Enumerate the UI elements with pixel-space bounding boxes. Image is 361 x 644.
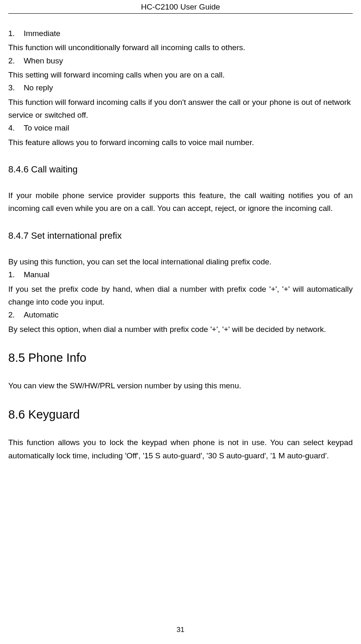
forward-item-3-title: No reply <box>24 83 53 92</box>
body-keyguard: This function allows you to lock the key… <box>8 436 353 462</box>
intl-item-2-num: 2. <box>8 310 15 319</box>
forward-item-2-head: 2. When busy <box>8 54 353 68</box>
forward-item-4-num: 4. <box>8 123 15 132</box>
intl-item-1-head: 1. Manual <box>8 268 353 281</box>
intro-intl-prefix: By using this function, you can set the … <box>8 255 353 268</box>
document-page: HC-C2100 User Guide 1. Immediate This fu… <box>0 0 361 644</box>
forward-item-1-title: Immediate <box>24 29 60 38</box>
forward-item-2-num: 2. <box>8 56 15 65</box>
page-content: 1. Immediate This function will uncondit… <box>8 14 353 462</box>
header-title: HC-C2100 User Guide <box>141 2 220 11</box>
body-call-waiting: If your mobile phone service provider su… <box>8 189 353 215</box>
page-number: 31 <box>0 626 361 634</box>
page-header: HC-C2100 User Guide <box>8 0 353 14</box>
intl-item-1-title: Manual <box>24 270 49 279</box>
forward-item-2-desc: This setting will forward incoming calls… <box>8 68 353 81</box>
heading-intl-prefix: 8.4.7 Set international prefix <box>8 228 353 243</box>
heading-phone-info: 8.5 Phone Info <box>8 349 353 367</box>
heading-keyguard: 8.6 Keyguard <box>8 406 353 424</box>
forward-item-1-head: 1. Immediate <box>8 27 353 40</box>
intl-item-1-num: 1. <box>8 270 15 279</box>
heading-call-waiting: 8.4.6 Call waiting <box>8 162 353 177</box>
intl-item-2-desc: By select this option, when dial a numbe… <box>8 323 353 336</box>
forward-item-3-head: 3. No reply <box>8 81 353 94</box>
intl-item-2-title: Automatic <box>24 310 58 319</box>
body-phone-info: You can view the SW/HW/PRL version numbe… <box>8 379 353 392</box>
section-forward-list: 1. Immediate This function will uncondit… <box>8 27 353 149</box>
forward-item-4-head: 4. To voice mail <box>8 121 353 135</box>
intl-item-1-desc: If you set the prefix code by hand, when… <box>8 283 353 309</box>
forward-item-4-desc: This feature allows you to forward incom… <box>8 136 353 149</box>
forward-item-3-desc: This function will forward incoming call… <box>8 96 353 122</box>
forward-item-1-num: 1. <box>8 29 15 38</box>
forward-item-2-title: When busy <box>24 56 63 65</box>
forward-item-4-title: To voice mail <box>24 123 69 132</box>
forward-item-1-desc: This function will unconditionally forwa… <box>8 41 353 54</box>
intl-item-2-head: 2. Automatic <box>8 308 353 322</box>
forward-item-3-num: 3. <box>8 83 15 92</box>
